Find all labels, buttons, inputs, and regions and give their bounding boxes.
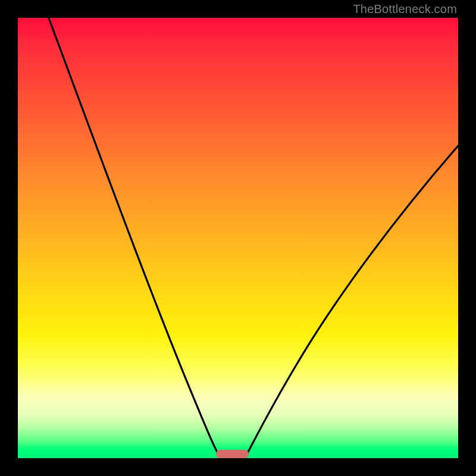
minimum-marker xyxy=(216,450,249,458)
curves-svg xyxy=(18,18,458,458)
outer-frame: TheBottleneck.com xyxy=(0,0,476,476)
watermark-text: TheBottleneck.com xyxy=(353,2,457,16)
plot-area xyxy=(18,18,458,458)
left-curve xyxy=(49,18,220,456)
right-curve xyxy=(246,146,458,456)
